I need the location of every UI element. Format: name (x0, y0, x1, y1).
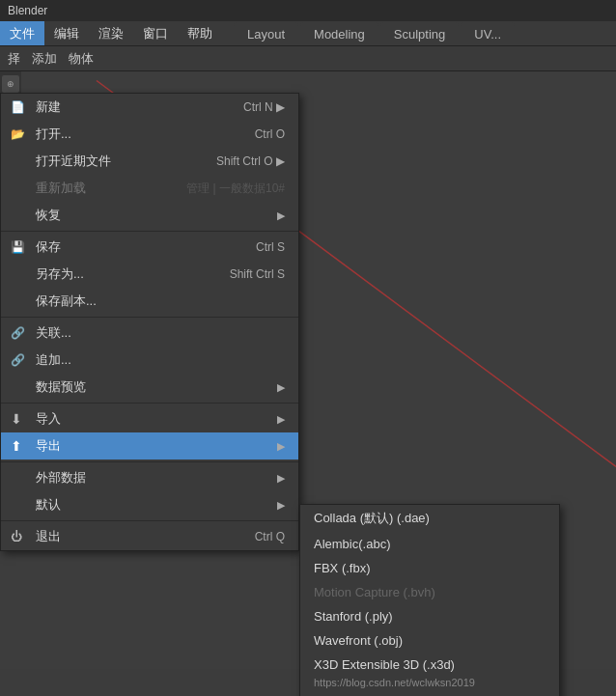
menu-item-link[interactable]: 🔗 关联... (1, 320, 298, 347)
export-stanford[interactable]: Stanford (.ply) (300, 604, 559, 628)
menu-item-import[interactable]: ⬇ 导入 ▶ (1, 405, 298, 432)
save-icon: 💾 (11, 240, 25, 254)
app-title: Blender (8, 4, 47, 17)
tab-modeling[interactable]: Modeling (300, 22, 378, 45)
menu-item-save-copy[interactable]: 保存副本... (1, 288, 298, 315)
open-icon: 📂 (11, 127, 25, 141)
sep-4 (1, 461, 298, 462)
url-hint: https://blog.csdn.net/wclwksn2019 (300, 677, 559, 692)
menu-file[interactable]: 文件 (0, 21, 44, 45)
export-submenu: Collada (默认) (.dae) Alembic(.abc) FBX (.… (299, 504, 560, 696)
menu-item-quit[interactable]: ⏻ 退出 Ctrl Q (1, 523, 298, 550)
sep-3 (1, 403, 298, 404)
export-alembic[interactable]: Alembic(.abc) (300, 532, 559, 556)
sidebar-icon-1[interactable]: ⊕ (2, 75, 19, 93)
export-x3d[interactable]: X3D Extensible 3D (.x3d) (300, 653, 559, 677)
menu-item-save[interactable]: 💾 保存 Ctrl S (1, 234, 298, 261)
toolbar-select[interactable]: 择 (8, 50, 20, 68)
menu-item-open[interactable]: 📂 打开... Ctrl O (1, 121, 298, 148)
export-collada[interactable]: Collada (默认) (.dae) (300, 505, 559, 532)
menu-bar: 文件 编辑 渲染 窗口 帮助 Layout Modeling Sculpting… (0, 21, 616, 46)
menu-item-save-as[interactable]: 另存为... Shift Ctrl S (1, 261, 298, 288)
menu-item-data-preview[interactable]: 数据预览 ▶ (1, 374, 298, 401)
sep-1 (1, 231, 298, 232)
export-icon: ⬆ (11, 438, 22, 454)
export-wavefront[interactable]: Wavefront (.obj) (300, 628, 559, 653)
menu-item-new[interactable]: 📄 新建 Ctrl N ▶ (1, 94, 298, 121)
file-dropdown-menu: 📄 新建 Ctrl N ▶ 📂 打开... Ctrl O 打开近期文件 Shif… (0, 93, 299, 551)
menu-help[interactable]: 帮助 (178, 21, 222, 45)
append-icon: 🔗 (11, 353, 25, 367)
export-stl[interactable]: Stl (.stl) (300, 692, 559, 696)
menu-item-external-data[interactable]: 外部数据 ▶ (1, 464, 298, 491)
import-icon: ⬇ (11, 411, 22, 427)
menu-item-append[interactable]: 🔗 追加... (1, 347, 298, 374)
menu-item-open-recent[interactable]: 打开近期文件 Shift Ctrl O ▶ (1, 148, 298, 175)
sep-2 (1, 317, 298, 318)
tab-layout[interactable]: Layout (234, 22, 298, 45)
quit-icon: ⏻ (11, 530, 22, 543)
link-icon: 🔗 (11, 326, 25, 340)
toolbar-add[interactable]: 添加 (32, 50, 57, 68)
new-icon: 📄 (11, 100, 25, 114)
sub-toolbar: 择 添加 物体 (0, 46, 616, 71)
toolbar-object[interactable]: 物体 (69, 50, 94, 68)
title-bar: Blender (0, 0, 616, 21)
export-motion-capture: Motion Capture (.bvh) (300, 580, 559, 604)
menu-item-export[interactable]: ⬆ 导出 ▶ (1, 432, 298, 459)
menu-item-recover[interactable]: 恢复 ▶ (1, 202, 298, 229)
menu-window[interactable]: 窗口 (133, 21, 178, 45)
menu-item-defaults[interactable]: 默认 ▶ (1, 491, 298, 518)
menu-render[interactable]: 渲染 (89, 21, 133, 45)
menu-item-revert: 重新加载 管理 | 一般数据10# (1, 175, 298, 202)
sep-5 (1, 520, 298, 521)
main-viewport: ⊕ ↗ ↺ ⤢ ✦ ⬡ 🔗 🔗 ⬇ ⬆ 📊 📄 新建 Ctrl N ▶ 📂 打开… (0, 71, 616, 669)
tab-sculpting[interactable]: Sculpting (380, 22, 459, 45)
tab-uv[interactable]: UV... (461, 22, 515, 45)
menu-edit[interactable]: 编辑 (44, 21, 89, 45)
export-fbx[interactable]: FBX (.fbx) (300, 556, 559, 580)
